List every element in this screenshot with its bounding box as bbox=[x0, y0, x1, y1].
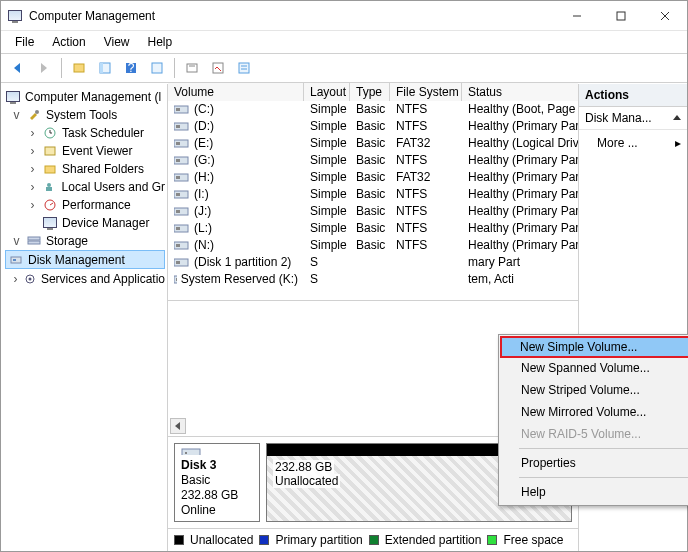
svg-rect-37 bbox=[176, 142, 180, 145]
up-button[interactable] bbox=[68, 57, 90, 79]
collapse-triangle-icon bbox=[673, 111, 681, 125]
back-button[interactable] bbox=[7, 57, 29, 79]
expand-icon[interactable]: › bbox=[11, 272, 20, 286]
show-hide-console-tree-button[interactable] bbox=[94, 57, 116, 79]
volume-list[interactable]: (C:)SimpleBasicNTFSHealthy (Boot, Page F… bbox=[168, 101, 578, 301]
tree-node-task-scheduler[interactable]: ›Task Scheduler bbox=[5, 124, 165, 141]
expand-icon[interactable]: › bbox=[27, 198, 38, 212]
col-header-status[interactable]: Status bbox=[462, 83, 578, 101]
ctx-new-striped-volume[interactable]: New Striped Volume... bbox=[501, 379, 688, 401]
tree-node-local-users[interactable]: ›Local Users and Gr bbox=[5, 178, 165, 195]
tree-node-services[interactable]: › Services and Applicatio bbox=[5, 270, 165, 287]
computer-icon bbox=[5, 89, 21, 105]
volume-filesystem: NTFS bbox=[390, 187, 462, 201]
menu-help[interactable]: Help bbox=[140, 33, 181, 51]
volume-row[interactable]: (Disk 1 partition 2)Smary Part bbox=[168, 254, 578, 271]
expand-icon[interactable]: › bbox=[27, 162, 38, 176]
tree-node-shared-folders[interactable]: ›Shared Folders bbox=[5, 160, 165, 177]
disk3-info[interactable]: Disk 3 Basic 232.88 GB Online bbox=[174, 443, 260, 522]
volume-type: Basic bbox=[350, 153, 390, 167]
context-menu: New Simple Volume... New Spanned Volume.… bbox=[498, 334, 688, 506]
volume-row[interactable]: (E:)SimpleBasicFAT32Healthy (Logical Dri… bbox=[168, 135, 578, 152]
col-header-type[interactable]: Type bbox=[350, 83, 390, 101]
volume-row[interactable]: (I:)SimpleBasicNTFSHealthy (Primary Part bbox=[168, 186, 578, 203]
list-button[interactable] bbox=[233, 57, 255, 79]
volume-row[interactable]: (G:)SimpleBasicNTFSHealthy (Primary Part bbox=[168, 152, 578, 169]
volume-layout: Simple bbox=[304, 221, 350, 235]
expand-icon[interactable]: › bbox=[27, 144, 38, 158]
volume-type: Basic bbox=[350, 221, 390, 235]
volume-type: Basic bbox=[350, 119, 390, 133]
volume-filesystem: NTFS bbox=[390, 221, 462, 235]
volume-name: (Disk 1 partition 2) bbox=[194, 255, 291, 269]
minimize-button[interactable] bbox=[555, 1, 599, 31]
tree-node-device-manager[interactable]: Device Manager bbox=[5, 214, 165, 231]
device-manager-icon bbox=[42, 215, 58, 231]
svg-rect-20 bbox=[45, 147, 55, 155]
actions-more[interactable]: More ... ▸ bbox=[579, 130, 687, 156]
volume-name: (N:) bbox=[194, 238, 214, 252]
volume-type: Basic bbox=[350, 238, 390, 252]
svg-rect-41 bbox=[176, 176, 180, 179]
volume-icon bbox=[174, 274, 177, 285]
svg-rect-43 bbox=[176, 193, 180, 196]
volume-row[interactable]: (L:)SimpleBasicNTFSHealthy (Primary Part bbox=[168, 220, 578, 237]
menu-view[interactable]: View bbox=[96, 33, 138, 51]
tree-node-system-tools[interactable]: v System Tools bbox=[5, 106, 165, 123]
ctx-new-mirrored-volume[interactable]: New Mirrored Volume... bbox=[501, 401, 688, 423]
console-tree[interactable]: Computer Management (l v System Tools ›T… bbox=[1, 84, 168, 551]
expand-icon[interactable]: › bbox=[27, 180, 38, 194]
disk3-size: 232.88 GB bbox=[181, 488, 255, 502]
collapse-icon[interactable]: v bbox=[11, 234, 22, 248]
settings-button[interactable] bbox=[207, 57, 229, 79]
close-button[interactable] bbox=[643, 1, 687, 31]
tree-node-performance[interactable]: ›Performance bbox=[5, 196, 165, 213]
col-header-layout[interactable]: Layout bbox=[304, 83, 350, 101]
disk3-state: Online bbox=[181, 503, 255, 517]
tree-label: Event Viewer bbox=[62, 144, 132, 158]
refresh-button[interactable] bbox=[181, 57, 203, 79]
col-header-filesystem[interactable]: File System bbox=[390, 83, 462, 101]
col-header-volume[interactable]: Volume bbox=[168, 83, 304, 101]
tree-root-node[interactable]: Computer Management (l bbox=[5, 88, 165, 105]
ctx-new-spanned-volume[interactable]: New Spanned Volume... bbox=[501, 357, 688, 379]
volume-row[interactable]: (J:)SimpleBasicNTFSHealthy (Primary Part bbox=[168, 203, 578, 220]
volume-list-header[interactable]: Volume Layout Type File System Status bbox=[168, 84, 578, 101]
scroll-left-button[interactable] bbox=[170, 418, 186, 434]
volume-icon bbox=[174, 121, 190, 132]
svg-rect-39 bbox=[176, 159, 180, 162]
svg-point-31 bbox=[29, 277, 32, 280]
maximize-button[interactable] bbox=[599, 1, 643, 31]
properties-button[interactable] bbox=[146, 57, 168, 79]
ctx-help[interactable]: Help bbox=[501, 481, 688, 503]
volume-row[interactable]: System Reserved (K:)Stem, Acti bbox=[168, 271, 578, 288]
window-controls bbox=[555, 1, 687, 31]
expand-icon[interactable]: › bbox=[27, 126, 38, 140]
ctx-new-simple-volume[interactable]: New Simple Volume... bbox=[500, 336, 688, 358]
svg-point-16 bbox=[35, 110, 39, 114]
users-icon bbox=[42, 179, 58, 195]
actions-section-disk-management[interactable]: Disk Mana... bbox=[579, 107, 687, 130]
volume-row[interactable]: (N:)SimpleBasicNTFSHealthy (Primary Part bbox=[168, 237, 578, 254]
forward-button[interactable] bbox=[33, 57, 55, 79]
services-icon bbox=[24, 271, 37, 287]
ctx-properties[interactable]: Properties bbox=[501, 452, 688, 474]
volume-row[interactable]: (C:)SimpleBasicNTFSHealthy (Boot, Page F bbox=[168, 101, 578, 118]
svg-rect-6 bbox=[100, 63, 103, 73]
volume-row[interactable]: (H:)SimpleBasicFAT32Healthy (Primary Par… bbox=[168, 169, 578, 186]
help-button[interactable]: ? bbox=[120, 57, 142, 79]
tree-node-disk-management[interactable]: Disk Management bbox=[5, 250, 165, 269]
volume-icon bbox=[174, 240, 190, 251]
volume-icon bbox=[174, 257, 190, 268]
volume-filesystem: NTFS bbox=[390, 102, 462, 116]
collapse-icon[interactable]: v bbox=[11, 108, 22, 122]
tree-node-event-viewer[interactable]: ›Event Viewer bbox=[5, 142, 165, 159]
menu-action[interactable]: Action bbox=[44, 33, 93, 51]
tree-node-storage[interactable]: v Storage bbox=[5, 232, 165, 249]
volume-status: Healthy (Primary Part bbox=[462, 187, 578, 201]
volume-row[interactable]: (D:)SimpleBasicNTFSHealthy (Primary Part bbox=[168, 118, 578, 135]
svg-rect-49 bbox=[176, 244, 180, 247]
svg-text:?: ? bbox=[128, 61, 135, 75]
menu-file[interactable]: File bbox=[7, 33, 42, 51]
actions-more-label: More ... bbox=[597, 136, 638, 150]
